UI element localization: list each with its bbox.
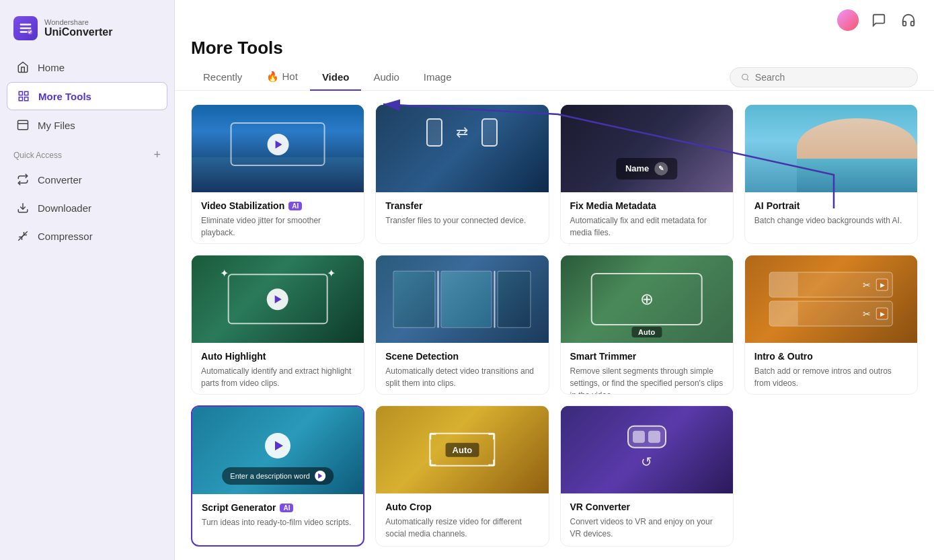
tool-desc-intro-outro: Batch add or remove intros and outros fr… [754,365,908,389]
play-button-highlight[interactable] [267,288,288,310]
ai-badge-script: AI [280,504,293,512]
my-files-icon [16,118,30,132]
home-icon [16,61,30,74]
sidebar-item-more-tools-label: More Tools [38,91,91,102]
tool-desc-stabilization: Eliminate video jitter for smoother play… [201,214,354,239]
tool-card-transfer[interactable]: ⇄ Transfer Transfer files to your connec… [375,104,549,244]
tool-name-video-stabilization: Video Stabilization AI [201,200,354,211]
tool-card-ai-portrait[interactable]: AI Portrait Batch change video backgroun… [744,104,918,244]
tab-image-label: Image [424,71,452,83]
svg-line-9 [18,235,24,241]
tool-name-scene-detection: Scene Detection [385,351,539,362]
tool-name-auto-highlight: Auto Highlight [201,351,354,362]
tool-card-intro-outro[interactable]: ✂ ▶ ✂ ▶ [744,255,918,395]
svg-rect-3 [19,97,22,101]
headphone-icon-button[interactable] [899,11,918,30]
svg-rect-1 [19,91,22,95]
tool-name-ai-portrait: AI Portrait [754,200,908,211]
tool-card-vr-converter[interactable]: ↺ VR Converter Convert videos to VR and … [560,405,734,547]
tools-grid: Video Stabilization AI Eliminate video j… [175,91,934,560]
tool-name-auto-crop: Auto Crop [385,502,539,512]
tool-card-fix-media-metadata[interactable]: Name ✎ Fix Media Metadata Automatically … [560,104,734,244]
sidebar-nav: Home More Tools My Files [0,54,174,138]
svg-rect-5 [18,120,28,130]
main-content: More Tools Recently 🔥 Hot Video Audio Im… [175,0,934,560]
tool-card-auto-highlight[interactable]: ✦ ✦ Auto Highlight Automatically identif… [191,255,364,395]
tool-desc-script-generator: Turn ideas into ready-to-film video scri… [202,516,354,528]
tool-desc-auto-highlight: Automatically identify and extract highl… [201,365,354,389]
tool-name-transfer: Transfer [385,200,539,211]
logo-text: Wondershare UniConverter [44,18,112,38]
sidebar-item-my-files[interactable]: My Files [7,112,167,138]
tab-hot-label: 🔥 Hot [266,71,298,83]
sidebar-item-my-files-label: My Files [38,120,75,131]
tool-desc-scene-detection: Automatically detect video transitions a… [385,365,539,389]
tab-audio[interactable]: Audio [361,65,411,91]
tool-name-vr-converter: VR Converter [570,502,724,512]
quick-access-label: Quick Access [13,151,62,160]
user-avatar[interactable] [837,9,859,31]
ai-badge-stabilization: AI [288,202,302,210]
sidebar-item-downloader[interactable]: Downloader [7,194,167,221]
tool-name-fix-media-metadata: Fix Media Metadata [570,200,724,211]
more-tools-icon [17,89,30,103]
search-box[interactable] [730,67,918,87]
tab-hot[interactable]: 🔥 Hot [254,64,310,91]
logo-name: UniConverter [44,26,112,38]
topbar [175,0,934,31]
tab-video[interactable]: Video [310,65,362,91]
sidebar-item-compressor-label: Compressor [38,231,93,242]
svg-line-11 [747,79,748,80]
search-icon [741,73,750,82]
quick-access-section: Quick Access + [0,138,174,166]
quick-access-add-icon[interactable]: + [153,148,161,162]
svg-point-10 [742,74,748,80]
sidebar: Wondershare UniConverter Home More Tools… [0,0,175,560]
sidebar-item-converter[interactable]: Converter [7,166,167,193]
tab-image[interactable]: Image [412,65,464,91]
topbar-right [837,9,918,31]
logo-icon [13,16,38,40]
tool-card-auto-crop[interactable]: Auto Auto Crop Automatically resize vide… [375,405,549,547]
tab-audio-label: Audio [373,71,399,83]
sidebar-item-converter-label: Converter [38,174,82,186]
sidebar-item-downloader-label: Downloader [38,202,91,214]
tool-card-video-stabilization[interactable]: Video Stabilization AI Eliminate video j… [191,104,364,244]
tool-name-smart-trimmer: Smart Trimmer [570,351,724,362]
app-logo: Wondershare UniConverter [0,11,174,54]
tool-desc-smart-trimmer: Remove silent segments through simple se… [570,365,724,395]
tool-name-intro-outro: Intro & Outro [754,351,908,362]
tab-recently-label: Recently [203,71,242,83]
compressor-icon [16,229,30,243]
converter-icon [16,173,30,186]
tab-recently[interactable]: Recently [191,65,254,91]
tool-desc-vr-converter: Convert videos to VR and enjoy on your V… [570,516,724,540]
page-title: More Tools [175,31,934,58]
tool-desc-fix-media-metadata: Automatically fix and edit metadata for … [570,214,724,239]
tool-desc-ai-portrait: Batch change video backgrounds with AI. [754,214,908,227]
tab-video-label: Video [322,71,350,83]
sidebar-item-compressor[interactable]: Compressor [7,223,167,249]
logo-brand: Wondershare [44,18,112,26]
quick-access-nav: Converter Downloader Compressor [0,166,174,249]
tool-name-script-generator: Script Generator AI [202,502,354,513]
play-button-stabilization[interactable] [267,134,288,155]
tabs-row: Recently 🔥 Hot Video Audio Image [175,64,934,91]
sidebar-item-more-tools[interactable]: More Tools [7,82,167,110]
svg-rect-4 [25,97,28,101]
tool-card-smart-trimmer[interactable]: ⊕ Auto Smart Trimmer Remove silent segme… [560,255,734,395]
tool-desc-transfer: Transfer files to your connected device. [385,214,539,227]
search-input[interactable] [755,72,906,83]
tool-card-scene-detection[interactable]: Scene Detection Automatically detect vid… [375,255,549,395]
sidebar-item-home-label: Home [38,62,65,73]
downloader-icon [16,201,30,214]
message-icon-button[interactable] [869,11,888,30]
sidebar-item-home[interactable]: Home [7,54,167,81]
svg-rect-2 [25,91,28,95]
tool-card-script-generator[interactable]: Enter a description word Script Generato… [191,405,364,547]
tool-desc-auto-crop: Automatically resize video for different… [385,516,539,540]
